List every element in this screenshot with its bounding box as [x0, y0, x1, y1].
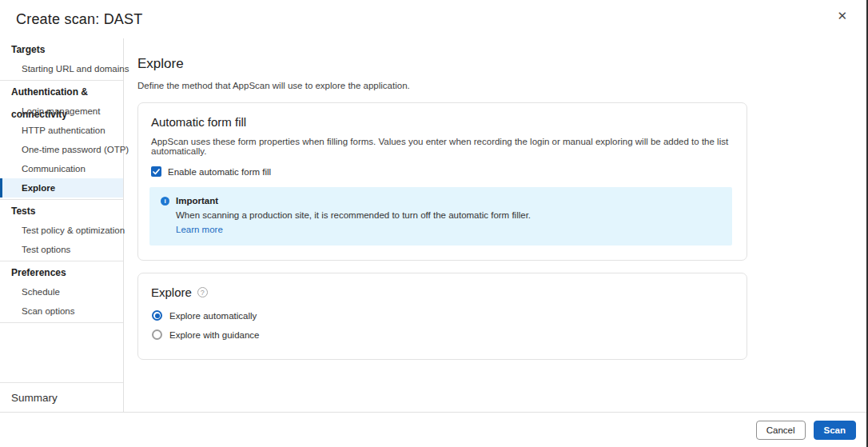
sidebar-section-header-targets: Targets — [0, 38, 123, 59]
enable-automatic-form-fill-checkbox[interactable]: Enable automatic form fill — [151, 166, 733, 177]
sidebar-item-scan-options[interactable]: Scan options — [0, 301, 123, 321]
summary-label: Summary — [11, 392, 58, 404]
radio-selected-icon — [152, 310, 162, 321]
notice-title: Important — [176, 196, 218, 206]
page-title: Explore — [137, 56, 866, 72]
sidebar-item-communication[interactable]: Communication — [0, 159, 123, 178]
dialog-header: Create scan: DAST ✕ — [0, 0, 866, 38]
sidebar-spacer — [0, 323, 123, 382]
help-icon[interactable]: ? — [197, 287, 208, 297]
learn-more-link[interactable]: Learn more — [176, 225, 223, 234]
sidebar-item-test-options[interactable]: Test options — [0, 240, 123, 259]
sidebar-section-targets: TargetsStarting URL and domains — [0, 38, 123, 81]
sidebar-item-summary[interactable]: Summary — [0, 382, 123, 412]
close-icon[interactable]: ✕ — [832, 6, 852, 25]
sidebar-section-header-preferences: Preferences — [0, 261, 123, 282]
sidebar-section-header-tests: Tests — [0, 200, 123, 221]
page-subtitle: Define the method that AppScan will use … — [137, 81, 866, 90]
radio-label: Explore with guidance — [169, 330, 260, 340]
panel-title-automatic-form-fill: Automatic form fill — [151, 115, 246, 129]
info-icon: i — [161, 197, 169, 206]
sidebar-item-starting-url-and-domains[interactable]: Starting URL and domains — [0, 59, 123, 78]
sidebar-item-one-time-password-otp[interactable]: One-time password (OTP) — [0, 140, 123, 159]
notice-body: When scanning a production site, it is r… — [176, 210, 719, 220]
sidebar-section-tests: TestsTest policy & optimizationTest opti… — [0, 200, 123, 261]
cancel-button[interactable]: Cancel — [756, 421, 806, 440]
sidebar-nav: TargetsStarting URL and domainsAuthentic… — [0, 38, 123, 323]
checkbox-label: Enable automatic form fill — [168, 167, 271, 177]
radio-unselected-icon — [152, 329, 162, 340]
dialog-body: TargetsStarting URL and domainsAuthentic… — [0, 38, 866, 412]
sidebar-item-schedule[interactable]: Schedule — [0, 282, 123, 301]
important-notice: i Important When scanning a production s… — [149, 187, 732, 245]
checkbox-checked-icon — [151, 166, 161, 177]
dialog-title: Create scan: DAST — [16, 11, 142, 28]
dialog-footer: Cancel Scan — [0, 412, 866, 447]
panel-description: AppScan uses these form properties when … — [151, 137, 733, 156]
scan-button[interactable]: Scan — [814, 421, 857, 440]
sidebar-section-preferences: PreferencesScheduleScan options — [0, 261, 123, 323]
sidebar: TargetsStarting URL and domainsAuthentic… — [0, 38, 124, 412]
sidebar-item-explore[interactable]: Explore — [0, 178, 123, 198]
radio-label: Explore automatically — [169, 311, 257, 321]
sidebar-section-header-authentication-connectivity: Authentication & connectivity — [0, 81, 123, 102]
sidebar-section-authentication-connectivity: Authentication & connectivityLogin manag… — [0, 81, 123, 200]
explore-options: Explore automaticallyExplore with guidan… — [152, 310, 733, 340]
panel-title-explore: Explore — [151, 285, 192, 299]
sidebar-item-test-policy-optimization[interactable]: Test policy & optimization — [0, 221, 123, 240]
radio-option-explore-automatically[interactable]: Explore automatically — [152, 310, 733, 321]
radio-option-explore-with-guidance[interactable]: Explore with guidance — [152, 329, 733, 340]
create-scan-dialog: { "dialog": { "title": "Create scan: DAS… — [0, 0, 868, 447]
main-content: Explore Define the method that AppScan w… — [124, 38, 866, 412]
explore-panel: Explore ? Explore automaticallyExplore w… — [137, 273, 747, 360]
automatic-form-fill-panel: Automatic form fill AppScan uses these f… — [137, 102, 747, 261]
